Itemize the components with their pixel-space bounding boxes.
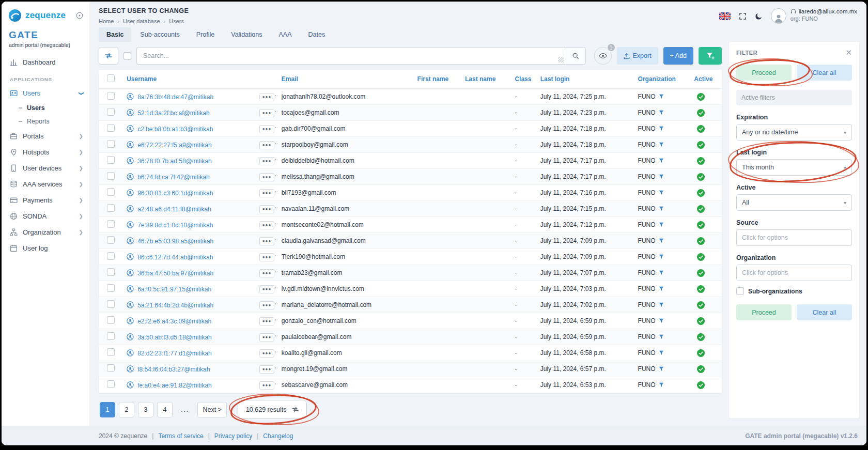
username-link[interactable]: e2:f2:e6:a4:3c:09@mitikah bbox=[137, 318, 211, 325]
sidebar-item-users[interactable]: Users❯ bbox=[2, 85, 89, 101]
row-checkbox[interactable] bbox=[107, 364, 115, 372]
org-filter-icon[interactable] bbox=[659, 158, 664, 163]
row-checkbox[interactable] bbox=[107, 252, 115, 260]
org-filter-icon[interactable] bbox=[659, 350, 664, 355]
fullscreen-icon[interactable] bbox=[739, 12, 747, 20]
dark-mode-moon-icon[interactable] bbox=[755, 12, 763, 20]
tab-sub-accounts[interactable]: Sub-accounts bbox=[132, 27, 187, 42]
row-actions-button[interactable]: ●●● bbox=[259, 157, 275, 165]
page-button-1[interactable]: 1 bbox=[100, 402, 115, 417]
row-actions-button[interactable]: ●●● bbox=[259, 269, 275, 277]
row-checkbox[interactable] bbox=[107, 348, 115, 356]
footer-link-privacy-policy[interactable]: Privacy policy bbox=[214, 432, 252, 440]
username-link[interactable]: 36:ba:47:50:ba:97@mitikah bbox=[137, 270, 213, 277]
row-checkbox[interactable] bbox=[107, 380, 115, 388]
page-ellipsis[interactable]: ... bbox=[176, 402, 194, 417]
sub-organizations-checkbox[interactable] bbox=[736, 287, 744, 295]
row-actions-button[interactable]: ●●● bbox=[259, 141, 275, 149]
row-actions-button[interactable]: ●●● bbox=[259, 349, 275, 358]
username-link[interactable]: f8:54:f6:04:b3:27@mitikah bbox=[137, 366, 210, 373]
username-link[interactable]: 6a:f0:5c:91:97:15@mitikah bbox=[137, 286, 211, 293]
org-filter-icon[interactable] bbox=[659, 110, 664, 115]
active-select[interactable]: All▾ bbox=[736, 194, 852, 211]
breadcrumb-user-database[interactable]: User database bbox=[123, 18, 160, 24]
organization-input[interactable] bbox=[736, 265, 852, 281]
row-checkbox[interactable] bbox=[107, 316, 115, 324]
row-checkbox[interactable] bbox=[107, 332, 115, 340]
username-link[interactable]: 8a:76:3b:48:de:47@mitikah bbox=[137, 94, 213, 101]
footer-link-changelog[interactable]: Changelog bbox=[263, 432, 293, 440]
org-filter-icon[interactable] bbox=[659, 174, 664, 179]
row-actions-button[interactable]: ●●● bbox=[259, 301, 275, 309]
tab-profile[interactable]: Profile bbox=[189, 27, 222, 42]
username-link[interactable]: 7e:89:8d:c1:0d:10@mitikah bbox=[137, 222, 213, 229]
row-actions-button[interactable]: ●●● bbox=[259, 237, 275, 245]
row-checkbox[interactable] bbox=[107, 156, 115, 164]
row-checkbox[interactable] bbox=[107, 124, 115, 132]
row-actions-button[interactable]: ●●● bbox=[259, 253, 275, 261]
col-class[interactable]: Class bbox=[510, 70, 536, 89]
tab-aaa[interactable]: AAA bbox=[271, 27, 299, 42]
username-link[interactable]: 82:d2:23:f1:77:d1@mitikah bbox=[137, 350, 212, 357]
org-filter-icon[interactable] bbox=[659, 318, 664, 323]
header-checkbox[interactable] bbox=[107, 74, 115, 82]
sidebar-subitem-reports[interactable]: Reports bbox=[2, 115, 89, 128]
row-actions-button[interactable]: ●●● bbox=[259, 93, 275, 101]
row-checkbox[interactable] bbox=[107, 172, 115, 180]
next-page-button[interactable]: Next > bbox=[197, 402, 226, 417]
tab-dates[interactable]: Dates bbox=[300, 27, 333, 42]
col-last-login[interactable]: Last login bbox=[536, 70, 634, 89]
org-filter-icon[interactable] bbox=[659, 382, 664, 387]
row-actions-button[interactable]: ●●● bbox=[259, 221, 275, 229]
col-email[interactable]: Email bbox=[277, 70, 413, 89]
col-first-name[interactable]: First name bbox=[413, 70, 461, 89]
tab-basic[interactable]: Basic bbox=[99, 27, 131, 42]
row-actions-button[interactable]: ●●● bbox=[259, 381, 275, 390]
username-link[interactable]: e6:72:22:27:f5:a9@mitikah bbox=[137, 142, 212, 149]
row-checkbox[interactable] bbox=[107, 92, 115, 100]
org-filter-icon[interactable] bbox=[659, 286, 664, 291]
language-flag-icon[interactable] bbox=[719, 12, 731, 20]
col-active[interactable]: Active bbox=[690, 70, 722, 89]
row-checkbox[interactable] bbox=[107, 268, 115, 276]
row-actions-button[interactable]: ●●● bbox=[259, 205, 275, 213]
filter-clear-all-button-top[interactable]: Clear all bbox=[797, 65, 852, 81]
sidebar-item-portals[interactable]: Portals❯ bbox=[2, 128, 89, 144]
row-checkbox[interactable] bbox=[107, 284, 115, 292]
breadcrumb-home[interactable]: Home bbox=[99, 18, 114, 24]
filter-proceed-button-top[interactable]: Proceed bbox=[736, 65, 792, 81]
row-checkbox[interactable] bbox=[107, 188, 115, 196]
filter-clear-all-button-bottom[interactable]: Clear all bbox=[797, 304, 852, 320]
col-organization[interactable]: Organization bbox=[634, 70, 690, 89]
username-link[interactable]: 52:1d:3a:2f:bc:af@mitikah bbox=[137, 110, 210, 117]
org-filter-icon[interactable] bbox=[659, 302, 664, 307]
row-actions-button[interactable]: ●●● bbox=[259, 365, 275, 374]
username-link[interactable]: 3a:50:ab:f3:d5:18@mitikah bbox=[137, 334, 212, 341]
search-button[interactable] bbox=[566, 47, 586, 65]
row-actions-button[interactable]: ●●● bbox=[259, 333, 275, 342]
row-actions-button[interactable]: ●●● bbox=[259, 125, 275, 133]
username-link[interactable]: 5a:21:64:4b:2d:4b@mitikah bbox=[137, 302, 213, 309]
export-button[interactable]: Export bbox=[617, 47, 658, 65]
sidebar-collapse-icon[interactable] bbox=[76, 12, 83, 19]
footer-link-terms-of-service[interactable]: Terms of service bbox=[158, 432, 203, 440]
org-filter-icon[interactable] bbox=[659, 94, 664, 99]
row-checkbox[interactable] bbox=[107, 140, 115, 148]
sidebar-subitem-users[interactable]: Users bbox=[2, 101, 89, 115]
refresh-button[interactable] bbox=[99, 47, 118, 65]
org-filter-icon[interactable] bbox=[659, 142, 664, 147]
row-actions-button[interactable]: ●●● bbox=[259, 189, 275, 197]
org-filter-icon[interactable] bbox=[659, 206, 664, 211]
username-link[interactable]: b6:74:fd:ca:7f:42@mitikah bbox=[137, 174, 210, 181]
search-input[interactable] bbox=[136, 47, 566, 65]
row-actions-button[interactable]: ●●● bbox=[259, 173, 275, 181]
org-filter-icon[interactable] bbox=[659, 270, 664, 275]
row-checkbox[interactable] bbox=[107, 108, 115, 116]
username-link[interactable]: 36:78:f0:7b:ad:58@mitikah bbox=[137, 158, 212, 165]
sidebar-item-aaa-services[interactable]: AAA services❯ bbox=[2, 176, 89, 192]
row-checkbox[interactable] bbox=[107, 220, 115, 228]
row-checkbox[interactable] bbox=[107, 300, 115, 308]
last-login-select[interactable]: This month▾ bbox=[736, 159, 852, 176]
row-checkbox[interactable] bbox=[107, 204, 115, 212]
page-button-2[interactable]: 2 bbox=[119, 402, 134, 417]
